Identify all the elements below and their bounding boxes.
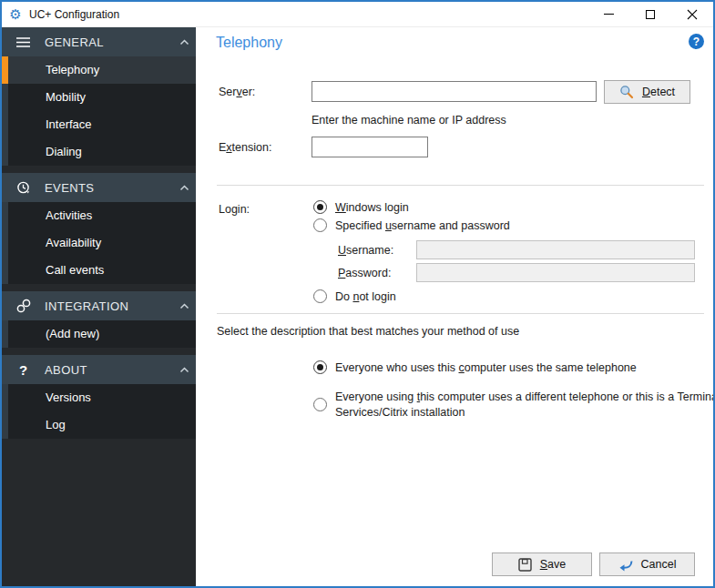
sidebar-item-log[interactable]: Log	[8, 411, 196, 439]
password-label: Password:	[338, 267, 391, 279]
extension-input[interactable]	[312, 137, 428, 157]
password-input[interactable]	[416, 263, 695, 282]
sidebar-item-telephony[interactable]: Telephony	[8, 56, 196, 84]
sidebar-item-dialing[interactable]: Dialing	[8, 138, 196, 166]
maximize-icon	[646, 10, 655, 19]
hamburger-icon	[2, 36, 45, 48]
sidebar-section-events[interactable]: EVENTS	[2, 173, 196, 202]
save-button[interactable]: Save	[492, 553, 592, 576]
cancel-button[interactable]: Cancel	[599, 553, 695, 576]
section-label-about: ABOUT	[45, 363, 172, 377]
section-label-events: EVENTS	[45, 181, 172, 195]
radio-circle[interactable]	[313, 289, 327, 303]
about-question-icon: ?	[2, 362, 45, 378]
close-button[interactable]	[671, 2, 713, 27]
radio-circle[interactable]	[313, 200, 327, 214]
sidebar-items-integration: (Add new)	[8, 320, 196, 348]
minimize-button[interactable]	[587, 2, 629, 27]
sidebar-item-activities[interactable]: Activities	[8, 202, 196, 229]
chevron-up-icon	[172, 39, 196, 46]
radio-different-telephone[interactable]: Everyone using this computer uses a diff…	[313, 390, 713, 421]
cancel-button-label: Cancel	[641, 558, 677, 571]
radio-circle[interactable]	[313, 218, 327, 232]
login-label: Login:	[219, 203, 250, 216]
detect-button-label: Detect	[642, 86, 675, 98]
floppy-disk-icon	[518, 558, 532, 572]
sidebar-item-versions[interactable]: Versions	[8, 384, 196, 411]
extension-label: Extension:	[219, 141, 271, 154]
maximize-button[interactable]	[629, 2, 671, 27]
page-title: Telephony	[216, 35, 282, 51]
help-icon: ?	[693, 35, 700, 48]
minimize-icon	[604, 14, 614, 15]
usage-prompt: Select the description that best matches…	[217, 325, 519, 338]
username-input[interactable]	[416, 240, 695, 259]
main-content: Telephony ? Server: Detect Enter the mac…	[196, 27, 713, 586]
events-history-icon	[2, 180, 45, 196]
server-label: Server:	[219, 86, 255, 98]
sidebar-item-mobility[interactable]: Mobility	[8, 84, 196, 111]
chain-link-icon	[2, 298, 45, 314]
sidebar-items-general: Telephony Mobility Interface Dialing	[8, 56, 196, 166]
title-bar: ⚙ UC+ Configuration	[2, 2, 713, 27]
section-label-general: GENERAL	[45, 35, 172, 49]
divider	[217, 185, 704, 186]
undo-arrow-icon	[618, 558, 633, 572]
save-button-label: Save	[540, 558, 567, 571]
sidebar-item-call-events[interactable]: Call events	[8, 257, 196, 284]
sidebar-items-about: Versions Log	[8, 384, 196, 439]
help-button[interactable]: ?	[689, 34, 704, 49]
radio-same-telephone[interactable]: Everyone who uses this computer uses the…	[313, 360, 637, 374]
app-window: ⚙ UC+ Configuration GENERAL Telephony Mo…	[0, 0, 715, 588]
chevron-up-icon	[172, 185, 196, 191]
server-help-text: Enter the machine name or IP address	[312, 114, 506, 127]
server-input[interactable]	[312, 81, 597, 102]
app-gear-icon: ⚙	[2, 2, 29, 27]
section-label-integration: INTEGRATION	[45, 299, 172, 313]
sidebar-item-availability[interactable]: Availability	[8, 229, 196, 257]
radio-circle[interactable]	[313, 360, 327, 374]
radio-label: Specified username and password	[335, 219, 510, 232]
sidebar-item-add-new[interactable]: (Add new)	[8, 320, 196, 348]
sidebar: GENERAL Telephony Mobility Interface Dia…	[2, 27, 196, 586]
username-label: Username:	[338, 244, 393, 257]
radio-specified-credentials[interactable]: Specified username and password	[313, 218, 510, 232]
window-title: UC+ Configuration	[29, 8, 119, 21]
detect-button[interactable]: Detect	[604, 80, 690, 104]
divider	[217, 313, 704, 314]
sidebar-section-general[interactable]: GENERAL	[2, 27, 196, 56]
radio-label: Windows login	[335, 201, 409, 214]
sidebar-section-about[interactable]: ? ABOUT	[2, 355, 196, 384]
magnifier-icon	[619, 85, 634, 99]
chevron-up-icon	[172, 303, 196, 309]
sidebar-section-integration[interactable]: INTEGRATION	[2, 291, 196, 320]
sidebar-item-interface[interactable]: Interface	[8, 111, 196, 138]
radio-circle[interactable]	[313, 398, 327, 411]
radio-label: Everyone using this computer uses a diff…	[335, 390, 713, 421]
radio-label: Everyone who uses this computer uses the…	[335, 361, 637, 374]
chevron-up-icon	[172, 367, 196, 373]
radio-label: Do not login	[335, 290, 396, 303]
radio-windows-login[interactable]: Windows login	[313, 200, 409, 214]
sidebar-items-events: Activities Availability Call events	[8, 202, 196, 284]
close-icon	[687, 9, 698, 20]
radio-do-not-login[interactable]: Do not login	[313, 289, 396, 303]
